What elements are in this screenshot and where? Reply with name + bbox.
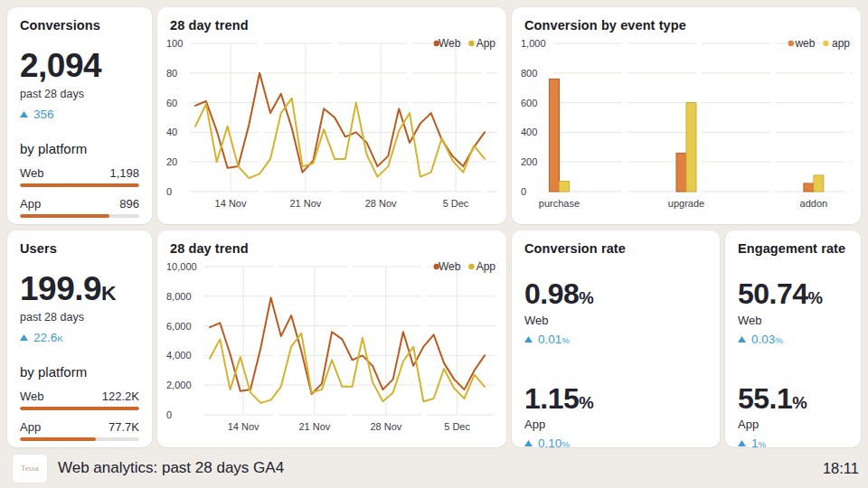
delta-number: 0.01 [538, 333, 561, 346]
delta-suffix: % [561, 439, 570, 449]
svg-text:web: web [794, 37, 815, 50]
brand-logo-text: Tessa [21, 465, 39, 473]
platform-bar-fill [20, 407, 139, 410]
platform-row-app: App896 [20, 197, 139, 218]
chart-title: 28 day trend [170, 18, 497, 33]
clock: 18:11 [823, 460, 859, 477]
dashboard-row-2: Users 199.9K past 28 days 22.6K by platf… [0, 230, 868, 447]
delta-up-icon [524, 336, 533, 343]
conversion-by-event-card: Conversion by event type 1,0008006004002… [512, 7, 861, 224]
engagement-rate-card: Engagement rate 50.74% Web 0.03% 55.1% A… [725, 230, 861, 447]
value-number: 2,094 [20, 47, 101, 84]
metric-value: 0.98 [524, 277, 579, 310]
svg-text:100: 100 [166, 38, 183, 49]
platform-bar-fill [20, 214, 109, 218]
svg-text:14 Nov: 14 Nov [228, 421, 259, 432]
platform-label: Web [20, 389, 44, 403]
platform-row-app: App77.7K [20, 420, 139, 441]
users-card: Users 199.9K past 28 days 22.6K by platf… [7, 230, 152, 447]
svg-text:app: app [832, 37, 850, 50]
svg-text:400: 400 [521, 127, 537, 137]
svg-text:0: 0 [521, 186, 526, 197]
delta-up-icon [20, 334, 28, 341]
delta-suffix: % [775, 335, 783, 345]
platform-label: App [20, 420, 41, 434]
platform-bar-track [20, 214, 139, 218]
platform-label: App [20, 197, 41, 211]
conversions-value: 2,094 [20, 49, 139, 84]
svg-text:6,000: 6,000 [166, 321, 192, 332]
platform-value: 1,198 [109, 166, 139, 180]
conversions-card: Conversions 2,094 past 28 days 356 by pl… [7, 7, 152, 224]
metric-suffix: % [808, 288, 823, 307]
delta-number: 1 [751, 436, 759, 450]
platform-bar-track [20, 407, 139, 410]
breakdown-label: by platform [20, 364, 139, 380]
delta-up-icon [738, 440, 746, 446]
dashboard-row-1: Conversions 2,094 past 28 days 356 by pl… [0, 7, 868, 224]
metric-suffix: % [579, 393, 593, 412]
svg-text:40: 40 [166, 127, 177, 137]
metric-label: App [738, 418, 848, 431]
delta-row: 0.03% [738, 333, 848, 346]
period-label: past 28 days [20, 88, 139, 100]
delta-row: 1% [738, 436, 848, 450]
delta-row: 0.01% [524, 333, 707, 346]
delta-value: 0.03% [751, 333, 783, 346]
delta-value: 0.01% [538, 333, 570, 346]
svg-text:60: 60 [166, 98, 177, 108]
svg-text:purchase: purchase [539, 198, 580, 209]
chart-title: Conversion by event type [524, 18, 852, 33]
card-title: Users [20, 241, 139, 256]
svg-text:14 Nov: 14 Nov [215, 198, 247, 209]
metric-value: 50.74 [738, 277, 808, 310]
delta-value: 22.6K [33, 331, 63, 344]
dashboard-title: Web analytics: past 28 days GA4 [58, 459, 812, 477]
platform-value: 122.2K [102, 389, 139, 403]
metric-web: 0.98% Web 0.01% [524, 279, 707, 346]
svg-text:10,000: 10,000 [166, 261, 197, 272]
delta-row: 356 [20, 108, 139, 121]
footer-bar: Tessa Web analytics: past 28 days GA4 18… [13, 452, 859, 484]
svg-text:8,000: 8,000 [166, 291, 192, 302]
delta-up-icon [738, 336, 746, 343]
delta-suffix: K [57, 333, 62, 343]
value-suffix: K [101, 281, 117, 305]
metric-value: 55.1 [738, 382, 792, 415]
metric-web: 50.74% Web 0.03% [738, 279, 848, 346]
platform-value: 77.7K [108, 420, 139, 434]
delta-number: 22.6 [33, 331, 57, 344]
users-trend-card: 28 day trend 10,0008,0006,0004,0002,0000… [157, 230, 506, 447]
svg-text:800: 800 [521, 68, 537, 79]
svg-text:upgrade: upgrade [668, 198, 704, 209]
svg-text:21 Nov: 21 Nov [289, 198, 321, 209]
svg-text:4,000: 4,000 [166, 350, 192, 361]
value-number: 199.9 [20, 270, 101, 307]
svg-text:28 Nov: 28 Nov [370, 421, 401, 432]
brand-logo: Tessa [13, 455, 47, 483]
svg-text:Web: Web [439, 37, 461, 50]
card-title: Conversions [20, 18, 139, 33]
metric-value: 1.15 [524, 382, 579, 415]
metric-label: Web [738, 314, 848, 327]
chart-title: 28 day trend [170, 241, 497, 256]
delta-up-icon [524, 440, 533, 446]
svg-text:20: 20 [166, 156, 177, 167]
conversion-rate-card: Conversion rate 0.98% Web 0.01% 1.15% Ap… [512, 230, 720, 447]
svg-text:2,000: 2,000 [166, 380, 192, 390]
period-label: past 28 days [20, 311, 139, 324]
conversions-trend-card: 28 day trend 10080604020014 Nov21 Nov28 … [157, 7, 506, 224]
delta-value: 0.10% [538, 436, 570, 450]
metric-app: 55.1% App 1% [738, 384, 848, 451]
metric-label: App [524, 418, 707, 431]
svg-text:0: 0 [166, 186, 172, 197]
metric-app: 1.15% App 0.10% [524, 384, 707, 451]
svg-text:200: 200 [521, 156, 537, 167]
svg-text:App: App [476, 37, 496, 50]
delta-row: 0.10% [524, 436, 707, 450]
users-value: 199.9K [20, 272, 139, 307]
delta-value: 1% [751, 436, 766, 450]
svg-text:5 Dec: 5 Dec [443, 198, 469, 209]
svg-text:Web: Web [439, 260, 461, 273]
metric-label: Web [524, 314, 707, 327]
